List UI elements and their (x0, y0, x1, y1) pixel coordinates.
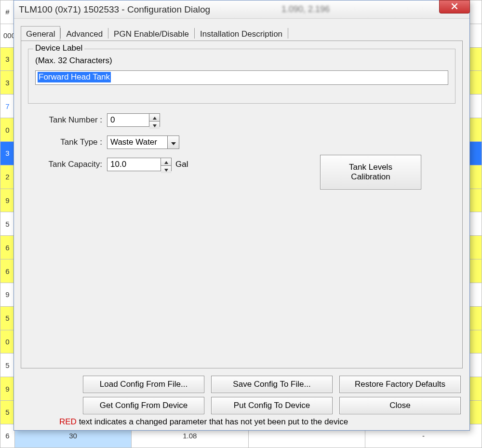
tab-pgn-enable-disable[interactable]: PGN Enable/Disable (108, 26, 194, 41)
window-close-button[interactable] (439, 0, 470, 14)
configuration-dialog: TLM100 (0x71) 1502533 - Configuration Di… (13, 0, 470, 431)
group-legend: Device Label (33, 43, 84, 53)
chevron-down-icon (153, 122, 157, 129)
tank-number-spinner[interactable] (107, 113, 160, 127)
get-config-button[interactable]: Get Config From Device (83, 397, 204, 414)
titlebar-blur-text: 1.090, 2.196 (281, 4, 330, 14)
tank-type-combo[interactable]: Waste Water (107, 136, 179, 149)
footer-red-text: RED (59, 417, 77, 426)
device-label-group: Device Label (Max. 32 Characters) Forwar… (28, 49, 455, 104)
load-config-button[interactable]: Load Config From File... (83, 376, 204, 393)
tank-capacity-field[interactable] (107, 158, 161, 171)
tank-capacity-up-button[interactable] (161, 158, 171, 165)
bg-cell: # (0, 0, 15, 24)
titlebar[interactable]: TLM100 (0x71) 1502533 - Configuration Di… (14, 0, 469, 19)
tank-capacity-unit: Gal (175, 160, 188, 169)
tank-capacity-down-button[interactable] (161, 165, 171, 173)
tab-strip: General Advanced PGN Enable/Disable Inst… (21, 26, 466, 41)
tab-page-general: Device Label (Max. 32 Characters) Forwar… (21, 41, 463, 368)
tab-general[interactable]: General (21, 26, 60, 41)
tank-type-value: Waste Water (107, 136, 167, 149)
close-button[interactable]: Close (339, 397, 461, 414)
group-hint: (Max. 32 Characters) (35, 56, 112, 66)
tank-capacity-spinner[interactable] (107, 158, 172, 171)
restore-defaults-button[interactable]: Restore Factory Defaults (339, 376, 461, 393)
tank-levels-calibration-button[interactable]: Tank Levels Calibration (320, 155, 421, 190)
tab-advanced[interactable]: Advanced (61, 26, 108, 41)
footer-rest-text: text indicates a changed parameter that … (77, 417, 348, 426)
chevron-down-icon (171, 138, 176, 147)
window-title: TLM100 (0x71) 1502533 - Configuration Di… (19, 4, 210, 15)
chevron-down-icon (164, 166, 168, 173)
close-icon (451, 3, 458, 11)
chevron-up-icon (164, 158, 168, 165)
device-label-value: Forward Head Tank (38, 72, 111, 82)
tank-number-label: Tank Number : (30, 115, 102, 125)
tank-number-up-button[interactable] (149, 114, 160, 121)
footer-note: RED text indicates a changed parameter t… (59, 417, 461, 427)
tank-capacity-label: Tank Capacity: (30, 160, 102, 169)
tank-number-field[interactable] (107, 114, 149, 126)
device-label-input[interactable]: Forward Head Tank (35, 70, 448, 85)
tank-type-dropdown-button[interactable] (167, 136, 179, 149)
tank-type-label: Tank Type : (30, 137, 102, 147)
chevron-up-icon (153, 114, 157, 121)
save-config-button[interactable]: Save Config To File... (211, 376, 333, 393)
put-config-button[interactable]: Put Config To Device (211, 397, 333, 414)
tank-number-down-button[interactable] (149, 121, 160, 129)
tab-installation-description[interactable]: Installation Description (195, 26, 288, 41)
